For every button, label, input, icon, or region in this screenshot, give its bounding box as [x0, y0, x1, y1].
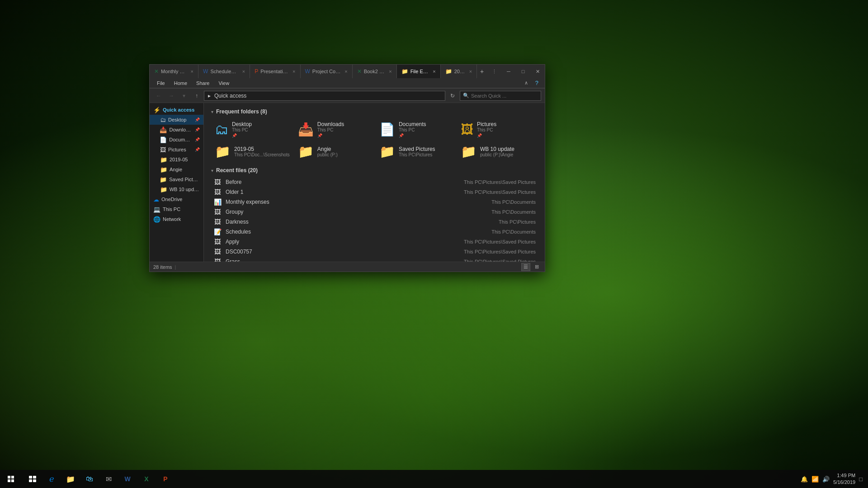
excel-icon: ✕: [154, 68, 159, 75]
content-area: ▾ Frequent folders (8) 🗂 Desktop This PC…: [204, 103, 545, 262]
sidebar-item-desktop[interactable]: 🗂 Desktop 📌: [150, 115, 203, 125]
network-tray-icon[interactable]: 📶: [811, 476, 819, 483]
tab-schedules-close[interactable]: ×: [242, 69, 245, 74]
powerpoint-taskbar-button[interactable]: P: [156, 470, 175, 488]
recent-file-dsc00757[interactable]: 🖼 DSC00757 This PC\Pictures\Saved Pictur…: [211, 247, 538, 257]
recent-file-monthly[interactable]: 📊 Monthly expenses This PC\Documents: [211, 197, 538, 207]
word-taskbar-icon: W: [124, 475, 130, 483]
ribbon-collapse-button[interactable]: ∧: [522, 79, 531, 87]
large-icons-view-button[interactable]: ⊞: [532, 263, 541, 271]
minimize-button[interactable]: ─: [501, 65, 516, 78]
sidebar-quick-access-header[interactable]: ⚡ Quick access: [150, 105, 203, 115]
tab-project-coffee[interactable]: W Project Coffee - ... ×: [301, 65, 353, 78]
sidebar-item-2019-05[interactable]: 📁 2019-05: [150, 155, 203, 164]
recent-file-grass[interactable]: 🖼 Grass This PC\Pictures\Saved Pictures: [211, 257, 538, 262]
pictures-icon: 🖼: [160, 146, 166, 153]
folder-saved-pictures[interactable]: 📁 Saved Pictures This PC\Pictures: [376, 141, 456, 162]
folder-2019-05[interactable]: 📁 2019-05 This PC\Doc...\Screenshots: [211, 141, 293, 162]
tab-file-explorer[interactable]: 📁 File Explorer ×: [397, 65, 441, 78]
details-view-button[interactable]: ☰: [521, 263, 530, 271]
recent-files-header[interactable]: ▾ Recent files (20): [211, 167, 538, 174]
sidebar-item-saved-pictures[interactable]: 📁 Saved Pictures: [150, 174, 203, 184]
folder-documents[interactable]: 📄 Documents This PC 📌: [376, 118, 456, 141]
new-tab-button[interactable]: +: [477, 65, 487, 78]
title-bar: ✕ Monthly expen... × W Schedules - Word …: [150, 65, 545, 78]
address-arrow: ▸: [208, 93, 211, 99]
back-button[interactable]: ←: [153, 90, 164, 101]
tab-presentation-close[interactable]: ×: [292, 69, 295, 74]
tab-monthly-expenses[interactable]: ✕ Monthly expen... ×: [150, 65, 198, 78]
notification-center-button[interactable]: □: [859, 476, 863, 483]
tab-book2[interactable]: ✕ Book2 - Excel ×: [353, 65, 397, 78]
tab-2019-05[interactable]: 📁 2019-05 ×: [441, 65, 477, 78]
tab-book2-close[interactable]: ×: [389, 69, 392, 74]
recent-file-before[interactable]: 🖼 Before This PC\Pictures\Saved Pictures: [211, 177, 538, 187]
refresh-button[interactable]: ↻: [447, 90, 458, 101]
apply-file-path: This PC\Pictures\Saved Pictures: [464, 239, 536, 244]
folder-pictures[interactable]: 🖼 Pictures This PC 📌: [457, 118, 538, 141]
excel-taskbar-button[interactable]: X: [137, 470, 156, 488]
forward-button[interactable]: →: [166, 90, 177, 101]
menu-file[interactable]: File: [153, 80, 169, 87]
documents-folder-path: This PC: [399, 127, 426, 132]
file-explorer-taskbar-button[interactable]: 📁: [61, 470, 80, 488]
task-view-button[interactable]: [24, 470, 42, 488]
pictures-folder-name: Pictures: [477, 121, 496, 127]
search-input[interactable]: [471, 93, 538, 99]
svg-rect-1: [33, 476, 36, 479]
frequent-folders-header[interactable]: ▾ Frequent folders (8): [211, 108, 538, 115]
explorer-taskbar-icon: 📁: [66, 475, 75, 483]
before-file-name: Before: [226, 179, 460, 185]
windows-icon: [8, 476, 14, 482]
tab-2019-close[interactable]: ×: [469, 69, 472, 74]
recent-file-groupy[interactable]: 🖼 Groupy This PC\Documents: [211, 207, 538, 217]
sidebar-item-network[interactable]: 🌐 Network: [150, 214, 203, 224]
up-button[interactable]: ↑: [191, 90, 202, 101]
volume-icon[interactable]: 🔊: [822, 476, 830, 483]
word-taskbar-button[interactable]: W: [118, 470, 137, 488]
sidebar-item-this-pc[interactable]: 💻 This PC: [150, 204, 203, 214]
settings-menu-button[interactable]: ⋮: [487, 65, 501, 78]
maximize-button[interactable]: □: [516, 65, 530, 78]
store-button[interactable]: 🛍: [80, 470, 99, 488]
help-button[interactable]: ?: [533, 79, 541, 87]
recent-files-title: Recent files (20): [216, 167, 258, 174]
older1-file-icon: 🖼: [213, 188, 222, 196]
before-file-path: This PC\Pictures\Saved Pictures: [464, 179, 536, 185]
folder-wb10-update[interactable]: 📁 WB 10 update public (P:)\Angie: [457, 141, 538, 162]
sidebar-item-documents[interactable]: 📄 Documents 📌: [150, 135, 203, 145]
tab-project-coffee-close[interactable]: ×: [344, 69, 347, 74]
menu-share[interactable]: Share: [193, 80, 213, 87]
recent-file-darkness[interactable]: 🖼 Darkness This PC\Pictures: [211, 217, 538, 227]
sidebar-item-wb10[interactable]: 📁 WB 10 update: [150, 184, 203, 194]
sidebar-item-downloads[interactable]: 📥 Downloads 📌: [150, 125, 203, 135]
recent-locations-button[interactable]: ▾: [179, 90, 189, 101]
tab-file-explorer-close[interactable]: ×: [433, 69, 435, 74]
sidebar-item-angie[interactable]: 📁 Angie: [150, 164, 203, 174]
search-box[interactable]: 🔍: [460, 91, 541, 101]
desktop-folder-name: Desktop: [232, 121, 252, 127]
recent-file-schedules[interactable]: 📝 Schedules This PC\Documents: [211, 227, 538, 237]
folder-downloads[interactable]: 📥 Downloads This PC 📌: [294, 118, 375, 141]
close-button[interactable]: ✕: [530, 65, 545, 78]
menu-home[interactable]: Home: [170, 80, 191, 87]
sidebar-item-pictures[interactable]: 🖼 Pictures 📌: [150, 145, 203, 155]
ppt-taskbar-icon: P: [163, 475, 167, 483]
folder-angie[interactable]: 📁 Angie public (P:): [294, 141, 375, 162]
tab-schedules[interactable]: W Schedules - Word ×: [198, 65, 250, 78]
start-button[interactable]: [0, 470, 22, 488]
sidebar-item-onedrive[interactable]: ☁ OneDrive: [150, 194, 203, 204]
mail-button[interactable]: ✉: [99, 470, 118, 488]
recent-file-older1[interactable]: 🖼 Older 1 This PC\Pictures\Saved Picture…: [211, 187, 538, 197]
system-tray: 🔔 📶 🔊 1:49 PM 5/16/2019 □: [795, 472, 868, 486]
edge-browser-button[interactable]: ℯ: [42, 470, 61, 488]
menu-view[interactable]: View: [215, 80, 233, 87]
tab-monthly-close[interactable]: ×: [191, 69, 193, 74]
notification-icon[interactable]: 🔔: [801, 476, 808, 483]
recent-file-apply[interactable]: 🖼 Apply This PC\Pictures\Saved Pictures: [211, 237, 538, 247]
address-path[interactable]: ▸ Quick access: [204, 91, 445, 101]
tab-presentation[interactable]: P Presentation1 - ... ×: [250, 65, 300, 78]
folder-desktop[interactable]: 🗂 Desktop This PC 📌: [211, 118, 293, 141]
tab-book2-label: Book2 - Excel: [364, 69, 385, 74]
downloads-folder-name: Downloads: [317, 121, 344, 127]
